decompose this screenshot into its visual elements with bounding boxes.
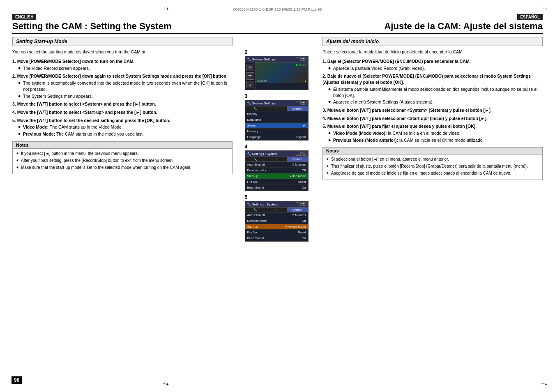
title-english: Setting the CAM : Setting the System bbox=[12, 21, 171, 32]
espanol-badge: ESPAÑOL bbox=[517, 14, 543, 20]
sub-list-en-1: The Video Record screen appears. bbox=[12, 65, 233, 71]
page-container: + + + + 00906J M2100 UK+ESP-110 9/8/05 1… bbox=[0, 0, 555, 392]
crosshair-top-right: + bbox=[541, 5, 548, 12]
intro-text-en: You can select the starting mode display… bbox=[12, 49, 233, 55]
section-heading-en: Setting Start-up Mode bbox=[12, 37, 233, 46]
cam-video-preview: ▶ STBY 00:00:00 ■ bbox=[256, 62, 308, 83]
cam-screen-2: 🔧 System Settings 1 📷 🎬 📷 ⚙ bbox=[245, 56, 309, 90]
steps-list-en: 1. Move [POWER/MODE Selector] down to tu… bbox=[12, 58, 233, 137]
page-number: 98 bbox=[12, 376, 22, 384]
step-en-3: 3. Move the [W/T] button to select <Syst… bbox=[12, 101, 233, 107]
left-column: Setting Start-up Mode You can select the… bbox=[12, 37, 237, 242]
notes-title-en: Notes bbox=[13, 142, 232, 149]
cam-menu-row: Memory bbox=[245, 129, 308, 134]
cam-menu-row: Beep SoundOn bbox=[245, 235, 308, 241]
step-en-4: 4. Move the [W/T] button to select <Star… bbox=[12, 109, 233, 115]
sub-list-en-5: Video Mode: The CAM starts up in the Vid… bbox=[12, 124, 233, 137]
step-es-2: 2. Baje de nuevo el [Selector POWER/MODE… bbox=[322, 73, 543, 105]
right-header: ESPAÑOL Ajuste de la CAM: Ajuste del sis… bbox=[384, 14, 543, 32]
right-column: Ajuste del modo Inicio Puede seleccionar… bbox=[318, 37, 543, 242]
screen-5-wrapper: 5 🔧 Settings : System 1 📷 🔧 ☆ System bbox=[245, 194, 311, 242]
sub-item: Video Mode: The CAM starts up in the Vid… bbox=[18, 124, 233, 130]
step-en-5: 5. Move the [W/T] button to set the desi… bbox=[12, 118, 233, 137]
cam-menu-row: LanguageEnglish bbox=[245, 134, 308, 140]
crosshair-bottom-left: + bbox=[162, 380, 169, 387]
images-center: 2 🔧 System Settings 1 📷 🎬 bbox=[237, 37, 318, 242]
cam-menu-row-startup-prev: Start-upPrevious Mode bbox=[245, 224, 308, 230]
sub-list-en-2: The system is automatically converted in… bbox=[12, 80, 233, 99]
cam-screen-3: 🔧 System Settings 1 📷 🔧 ☆ System Display… bbox=[245, 100, 309, 141]
doc-info: 00906J M2100 UK+ESP-110 9/8/05 1:32 PM P… bbox=[12, 7, 543, 12]
cam-menu-row: Date/Time bbox=[245, 117, 308, 123]
step-es-1: 1. Baje el [Selector POWER/MODE] (ENC./M… bbox=[322, 58, 543, 71]
sub-item: The Video Record screen appears. bbox=[18, 65, 233, 71]
screen-4-wrapper: 4 🔧 Settings : System 1 📷 🔧 ☆ System bbox=[245, 144, 311, 191]
note-en-1: If you select [◄] button in the menu, th… bbox=[16, 151, 229, 157]
note-es-3: Asegúrese de que el modo de inicio se fi… bbox=[326, 171, 539, 176]
section-heading-es: Ajuste del modo Inicio bbox=[322, 37, 543, 46]
step-es-3: 3. Mueva el botón [W/T] para seleccionar… bbox=[322, 107, 543, 113]
step-en-2: 2. Move [POWER/MODE Selector] down again… bbox=[12, 73, 233, 99]
cam-menu-row: DemonstrationOff bbox=[245, 168, 308, 173]
crosshair-top-left: + bbox=[162, 5, 169, 12]
step-en-1: 1. Move [POWER/MODE Selector] down to tu… bbox=[12, 58, 233, 71]
crosshair-bottom-right: + bbox=[541, 380, 548, 387]
notes-content-es: Si selecciona el botón [◄] en el menú, a… bbox=[323, 154, 542, 180]
notes-content-en: If you select [◄] button in the menu, th… bbox=[13, 149, 232, 174]
step-es-4: 4. Mueva el botón [W/T] para seleccionar… bbox=[322, 115, 543, 122]
main-layout: Setting Start-up Mode You can select the… bbox=[12, 37, 543, 242]
note-en-2: After you finish setting, press the [Rec… bbox=[16, 158, 229, 164]
cam-menu-row: Display bbox=[245, 111, 308, 117]
notes-box-es: Notas Si selecciona el botón [◄] en el m… bbox=[322, 147, 543, 180]
sub-item: The System Settings menu appears. bbox=[18, 93, 233, 99]
notes-title-es: Notas bbox=[323, 148, 542, 154]
sub-item: The system is automatically converted in… bbox=[18, 80, 233, 92]
note-en-3: Make sure that the start-up mode is set … bbox=[16, 165, 229, 171]
english-badge: ENGLISH bbox=[12, 14, 36, 20]
screen-2-wrapper: 2 🔧 System Settings 1 📷 🎬 bbox=[245, 49, 311, 90]
cam-screen-4: 🔧 Settings : System 1 📷 🔧 ☆ System Auto … bbox=[245, 150, 309, 191]
cam-menu-row: Beep SoundOn bbox=[245, 185, 308, 191]
notes-box-en: Notes If you select [◄] button in the me… bbox=[12, 141, 233, 174]
note-es-2: Tras finalizar el ajuste, pulse el botón… bbox=[326, 164, 539, 169]
steps-list-es: 1. Baje el [Selector POWER/MODE] (ENC./M… bbox=[322, 58, 543, 143]
header-bar: ENGLISH Setting the CAM : Setting the Sy… bbox=[12, 14, 543, 32]
note-es-1: Si selecciona el botón [◄] en el menú, a… bbox=[326, 157, 539, 162]
cam-menu-row: Auto Shut off5 Minutes bbox=[245, 162, 308, 168]
screen-3-wrapper: 3 🔧 System Settings 1 📷 🔧 ☆ System bbox=[245, 93, 311, 141]
header-divider bbox=[12, 33, 543, 34]
cam-menu-row-startup: Start-upVideo Mode bbox=[245, 173, 308, 179]
title-spanish: Ajuste de la CAM: Ajuste del sistema bbox=[384, 21, 543, 32]
cam-menu-row: DemonstrationOff bbox=[245, 218, 308, 224]
sub-item: Previous Mode: The CAM starts up in the … bbox=[18, 131, 233, 137]
step-es-5: 5. Mueva el botón [W/T] para fijar el aj… bbox=[322, 123, 543, 143]
cam-menu-row: Auto Shut off5 Minutes bbox=[245, 212, 308, 218]
cam-menu-row: File No.Reset bbox=[245, 179, 308, 185]
intro-text-es: Puede seleccionar la modalidad de inicio… bbox=[322, 49, 543, 55]
left-header: ENGLISH Setting the CAM : Setting the Sy… bbox=[12, 14, 171, 32]
cam-menu-row: File No.Reset bbox=[245, 230, 308, 235]
cam-screen-5: 🔧 Settings : System 1 📷 🔧 ☆ System Auto … bbox=[245, 201, 309, 242]
cam-menu-row-selected: System► bbox=[245, 123, 308, 129]
